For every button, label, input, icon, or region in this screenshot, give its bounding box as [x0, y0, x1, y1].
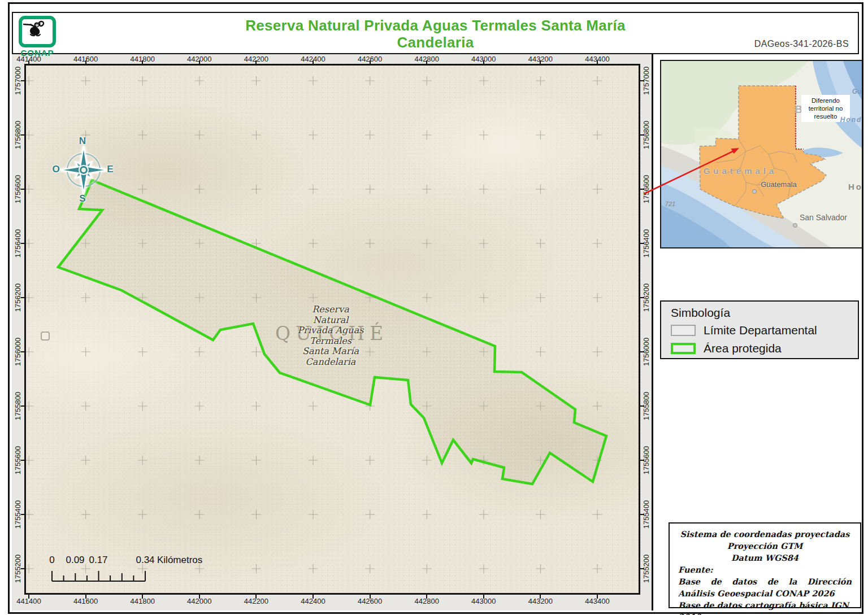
compass-north-label: N: [79, 136, 86, 147]
grid-tick: [199, 60, 200, 64]
departmental-boundary-swatch: [671, 325, 696, 336]
area-label-line: Candelaria: [298, 357, 364, 368]
header: CONAP Reserva Natural Privada Aguas Term…: [12, 12, 859, 54]
map-metadata-box: Sistema de coordenadas proyectadas Proye…: [669, 522, 861, 608]
gulf-label: Gu: [852, 88, 862, 95]
grid-tick: [21, 80, 25, 81]
guatemala-city-label: Guatemala: [761, 180, 797, 189]
grid-tick: [597, 60, 598, 64]
grid-tick: [483, 595, 484, 599]
scale-unit-label: Kilómetros: [157, 555, 202, 566]
grid-tick: [21, 189, 25, 190]
grid-tick: [199, 595, 200, 599]
grid-tick: [426, 595, 427, 599]
map-sheet: { "header": { "logo_text": "CONAP", "tit…: [0, 0, 868, 615]
source-line-1: Base de datos de la Dirección Análisis G…: [678, 575, 852, 599]
grid-tick: [540, 60, 541, 64]
grid-tick: [142, 595, 143, 599]
grid-tick: [640, 514, 644, 515]
area-label-line: Termales: [298, 336, 364, 347]
area-label-line: Natural: [298, 315, 364, 326]
layout-divider: [652, 53, 653, 610]
protected-area-swatch: [671, 343, 696, 354]
guatemala-city-dot: [753, 190, 757, 194]
grid-tick: [640, 189, 644, 190]
compass-rose: N E S O: [51, 132, 117, 203]
grid-tick: [370, 595, 371, 599]
road-number-label: 721: [665, 200, 675, 207]
grid-tick: [21, 134, 25, 136]
legend: Simbología Límite Departamental Área pro…: [660, 300, 859, 359]
scale-ruler: [50, 567, 236, 583]
area-label-line: Santa María: [298, 346, 364, 357]
legend-title: Simbología: [671, 306, 730, 320]
grid-tick: [640, 243, 644, 244]
grid-tick: [640, 351, 644, 352]
legend-item-departmental: Límite Departamental: [671, 323, 817, 338]
honduras-label: Ho: [848, 182, 863, 191]
page-title: Reserva Natural Privada Aguas Termales S…: [13, 17, 858, 51]
scale-label-0: 0: [49, 555, 54, 566]
legend-item-protected: Área protegida: [671, 341, 782, 356]
grid-tick: [85, 60, 86, 64]
grid-tick: [597, 595, 598, 599]
grid-tick: [640, 568, 644, 569]
grid-tick: [640, 134, 644, 136]
crs-line: Sistema de coordenadas proyectadas: [678, 528, 852, 540]
title-line-1: Reserva Natural Privada Aguas Termales S…: [13, 17, 858, 34]
grid-tick: [85, 595, 86, 599]
datum-line: Datum WGS84: [678, 552, 852, 564]
grid-tick: [255, 595, 257, 599]
grid-tick: [640, 460, 644, 461]
building-icon: [41, 332, 49, 340]
source-label: Fuente:: [678, 564, 852, 575]
grid-tick: [21, 351, 25, 352]
area-label-line: Reserva: [298, 304, 364, 315]
projection-line: Proyección GTM: [678, 540, 852, 552]
grid-tick: [426, 60, 427, 64]
grid-tick: [21, 514, 25, 515]
compass-south-label: S: [79, 193, 85, 204]
source-line-2: Base de datos cartografía básica IGN 201…: [678, 599, 852, 615]
area-label-line: Privada Aguas: [298, 325, 364, 336]
honduras-sea-label: Hond: [840, 116, 862, 124]
grid-tick: [640, 405, 644, 407]
protected-area-name-label: Reserva Natural Privada Aguas Termales S…: [298, 304, 364, 367]
scale-label-034: 0.34: [136, 555, 154, 566]
grid-tick: [28, 60, 29, 64]
title-line-2: Candelaria: [13, 34, 858, 51]
san-salvador-dot: [793, 224, 797, 228]
grid-tick: [21, 460, 25, 461]
scale-label-009: 0.09: [66, 555, 84, 566]
document-id: DAGeos-341-2026-BS: [754, 39, 849, 49]
san-salvador-label: San Salvador: [800, 213, 847, 222]
scale-label-017: 0.17: [89, 555, 107, 566]
grid-tick: [21, 297, 25, 298]
grid-tick: [313, 60, 314, 64]
grid-tick: [21, 405, 25, 407]
inset-locator-map: B Diferendo territorial no resuelto Guat…: [660, 60, 863, 248]
grid-tick: [313, 595, 314, 599]
map-canvas: QUICHÉ Reserva Natural Privada Aguas Ter…: [26, 66, 639, 593]
legend-item-label: Área protegida: [704, 342, 782, 355]
grid-tick: [28, 595, 29, 599]
compass-west-label: O: [52, 164, 59, 175]
compass-east-label: E: [107, 164, 113, 175]
grid-tick: [255, 60, 257, 64]
guatemala-country-label: Guatemala: [704, 166, 778, 176]
grid-tick: [21, 243, 25, 244]
grid-tick: [21, 568, 25, 569]
grid-tick: [370, 60, 371, 64]
grid-tick: [640, 80, 644, 81]
grid-tick: [540, 595, 541, 599]
grid-tick: [640, 297, 644, 298]
grid-tick: [142, 60, 143, 64]
map-frame: QUICHÉ Reserva Natural Privada Aguas Ter…: [24, 64, 640, 595]
legend-item-label: Límite Departamental: [704, 324, 817, 337]
scale-bar: 0 0.09 0.17 0.34 Kilómetros: [50, 555, 236, 584]
grid-tick: [483, 60, 484, 64]
